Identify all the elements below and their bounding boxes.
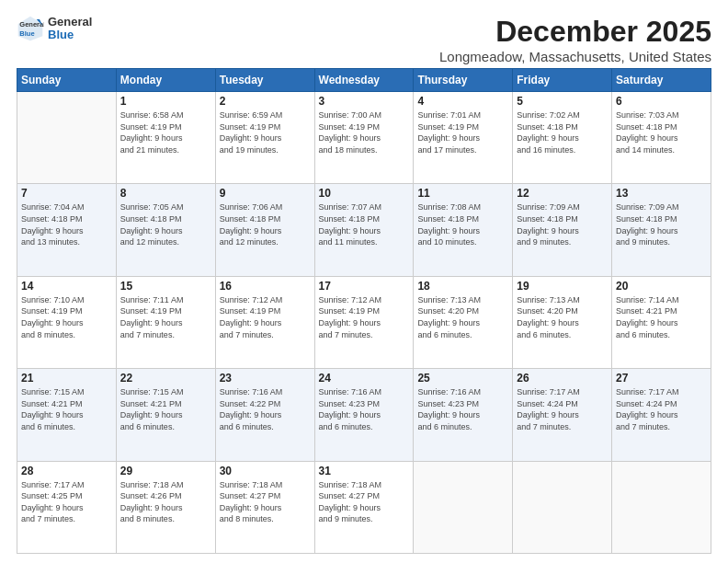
day-info: Sunrise: 7:05 AM Sunset: 4:18 PM Dayligh… <box>120 201 211 247</box>
month-title: December 2025 <box>439 15 711 49</box>
calendar-cell: 16Sunrise: 7:12 AM Sunset: 4:19 PM Dayli… <box>215 276 314 368</box>
day-info: Sunrise: 7:18 AM Sunset: 4:27 PM Dayligh… <box>319 479 410 525</box>
logo-icon: General Blue <box>17 15 44 42</box>
calendar-cell: 28Sunrise: 7:17 AM Sunset: 4:25 PM Dayli… <box>17 461 117 553</box>
day-number: 1 <box>120 95 211 108</box>
day-number: 29 <box>120 465 211 477</box>
day-info: Sunrise: 7:04 AM Sunset: 4:18 PM Dayligh… <box>21 201 112 247</box>
day-number: 6 <box>616 95 707 108</box>
calendar-cell: 3Sunrise: 7:00 AM Sunset: 4:19 PM Daylig… <box>314 92 414 184</box>
day-number: 24 <box>319 372 410 385</box>
day-number: 21 <box>21 372 112 385</box>
day-info: Sunrise: 7:13 AM Sunset: 4:20 PM Dayligh… <box>517 294 608 340</box>
day-number: 5 <box>517 95 608 108</box>
day-number: 18 <box>417 280 508 293</box>
day-number: 3 <box>319 95 410 108</box>
calendar-cell: 21Sunrise: 7:15 AM Sunset: 4:21 PM Dayli… <box>17 369 117 461</box>
day-info: Sunrise: 7:15 AM Sunset: 4:21 PM Dayligh… <box>21 386 112 432</box>
day-info: Sunrise: 7:09 AM Sunset: 4:18 PM Dayligh… <box>517 201 608 247</box>
header: General Blue General Blue December 2025 … <box>17 15 711 64</box>
day-info: Sunrise: 7:06 AM Sunset: 4:18 PM Dayligh… <box>220 201 311 247</box>
logo-blue-text: Blue <box>48 29 92 41</box>
day-info: Sunrise: 7:11 AM Sunset: 4:19 PM Dayligh… <box>120 294 211 340</box>
svg-text:Blue: Blue <box>19 29 34 38</box>
calendar-cell: 19Sunrise: 7:13 AM Sunset: 4:20 PM Dayli… <box>513 276 612 368</box>
logo-text: General Blue <box>48 16 92 42</box>
col-monday: Monday <box>116 69 215 92</box>
day-info: Sunrise: 7:08 AM Sunset: 4:18 PM Dayligh… <box>417 201 508 247</box>
day-info: Sunrise: 7:07 AM Sunset: 4:18 PM Dayligh… <box>319 201 410 247</box>
day-number: 16 <box>220 280 311 293</box>
calendar-cell: 6Sunrise: 7:03 AM Sunset: 4:18 PM Daylig… <box>612 92 711 184</box>
page: General Blue General Blue December 2025 … <box>0 0 728 563</box>
col-wednesday: Wednesday <box>314 69 414 92</box>
calendar-table: Sunday Monday Tuesday Wednesday Thursday… <box>17 68 711 554</box>
calendar-cell: 27Sunrise: 7:17 AM Sunset: 4:24 PM Dayli… <box>612 369 711 461</box>
calendar-cell: 29Sunrise: 7:18 AM Sunset: 4:26 PM Dayli… <box>116 461 215 553</box>
day-info: Sunrise: 7:17 AM Sunset: 4:24 PM Dayligh… <box>616 386 707 432</box>
calendar-cell: 22Sunrise: 7:15 AM Sunset: 4:21 PM Dayli… <box>116 369 215 461</box>
day-number: 13 <box>616 187 707 200</box>
day-info: Sunrise: 7:01 AM Sunset: 4:19 PM Dayligh… <box>417 109 508 155</box>
day-info: Sunrise: 7:03 AM Sunset: 4:18 PM Dayligh… <box>616 109 707 155</box>
calendar-week-0: 1Sunrise: 6:58 AM Sunset: 4:19 PM Daylig… <box>17 92 711 184</box>
col-saturday: Saturday <box>612 69 711 92</box>
title-block: December 2025 Longmeadow, Massachusetts,… <box>439 15 711 64</box>
day-number: 25 <box>417 372 508 385</box>
day-info: Sunrise: 7:17 AM Sunset: 4:25 PM Dayligh… <box>21 479 112 525</box>
calendar-cell: 25Sunrise: 7:16 AM Sunset: 4:23 PM Dayli… <box>414 369 513 461</box>
calendar-cell: 5Sunrise: 7:02 AM Sunset: 4:18 PM Daylig… <box>513 92 612 184</box>
calendar-cell: 11Sunrise: 7:08 AM Sunset: 4:18 PM Dayli… <box>414 184 513 276</box>
day-number: 11 <box>417 187 508 200</box>
calendar-header-row: Sunday Monday Tuesday Wednesday Thursday… <box>17 69 711 92</box>
calendar-cell: 26Sunrise: 7:17 AM Sunset: 4:24 PM Dayli… <box>513 369 612 461</box>
day-number: 15 <box>120 280 211 293</box>
calendar-cell: 24Sunrise: 7:16 AM Sunset: 4:23 PM Dayli… <box>314 369 414 461</box>
calendar-cell: 17Sunrise: 7:12 AM Sunset: 4:19 PM Dayli… <box>314 276 414 368</box>
calendar-cell: 12Sunrise: 7:09 AM Sunset: 4:18 PM Dayli… <box>513 184 612 276</box>
day-number: 31 <box>319 465 410 477</box>
calendar-cell: 10Sunrise: 7:07 AM Sunset: 4:18 PM Dayli… <box>314 184 414 276</box>
calendar-cell: 15Sunrise: 7:11 AM Sunset: 4:19 PM Dayli… <box>116 276 215 368</box>
day-number: 20 <box>616 280 707 293</box>
calendar-cell: 4Sunrise: 7:01 AM Sunset: 4:19 PM Daylig… <box>414 92 513 184</box>
day-number: 19 <box>517 280 608 293</box>
day-info: Sunrise: 7:00 AM Sunset: 4:19 PM Dayligh… <box>319 109 410 155</box>
day-info: Sunrise: 7:02 AM Sunset: 4:18 PM Dayligh… <box>517 109 608 155</box>
day-number: 23 <box>220 372 311 385</box>
day-number: 8 <box>120 187 211 200</box>
day-info: Sunrise: 7:14 AM Sunset: 4:21 PM Dayligh… <box>616 294 707 340</box>
day-number: 26 <box>517 372 608 385</box>
day-info: Sunrise: 7:12 AM Sunset: 4:19 PM Dayligh… <box>319 294 410 340</box>
day-info: Sunrise: 7:16 AM Sunset: 4:23 PM Dayligh… <box>417 386 508 432</box>
location: Longmeadow, Massachusetts, United States <box>439 49 711 64</box>
day-number: 22 <box>120 372 211 385</box>
day-number: 27 <box>616 372 707 385</box>
col-thursday: Thursday <box>414 69 513 92</box>
calendar-cell: 9Sunrise: 7:06 AM Sunset: 4:18 PM Daylig… <box>215 184 314 276</box>
col-friday: Friday <box>513 69 612 92</box>
day-info: Sunrise: 7:13 AM Sunset: 4:20 PM Dayligh… <box>417 294 508 340</box>
calendar-cell: 23Sunrise: 7:16 AM Sunset: 4:22 PM Dayli… <box>215 369 314 461</box>
day-number: 12 <box>517 187 608 200</box>
calendar-week-2: 14Sunrise: 7:10 AM Sunset: 4:19 PM Dayli… <box>17 276 711 368</box>
logo: General Blue General Blue <box>17 15 92 42</box>
calendar-cell: 8Sunrise: 7:05 AM Sunset: 4:18 PM Daylig… <box>116 184 215 276</box>
calendar-cell: 2Sunrise: 6:59 AM Sunset: 4:19 PM Daylig… <box>215 92 314 184</box>
day-info: Sunrise: 6:59 AM Sunset: 4:19 PM Dayligh… <box>220 109 311 155</box>
calendar-week-1: 7Sunrise: 7:04 AM Sunset: 4:18 PM Daylig… <box>17 184 711 276</box>
day-info: Sunrise: 7:16 AM Sunset: 4:23 PM Dayligh… <box>319 386 410 432</box>
day-number: 30 <box>220 465 311 477</box>
calendar-cell <box>17 92 117 184</box>
day-number: 28 <box>21 465 112 477</box>
calendar-week-4: 28Sunrise: 7:17 AM Sunset: 4:25 PM Dayli… <box>17 461 711 553</box>
day-number: 14 <box>21 280 112 293</box>
logo-general-text: General <box>48 16 92 29</box>
calendar-cell: 18Sunrise: 7:13 AM Sunset: 4:20 PM Dayli… <box>414 276 513 368</box>
calendar-cell: 20Sunrise: 7:14 AM Sunset: 4:21 PM Dayli… <box>612 276 711 368</box>
day-info: Sunrise: 7:18 AM Sunset: 4:27 PM Dayligh… <box>220 479 311 525</box>
calendar-cell <box>414 461 513 553</box>
day-info: Sunrise: 7:10 AM Sunset: 4:19 PM Dayligh… <box>21 294 112 340</box>
calendar-cell: 14Sunrise: 7:10 AM Sunset: 4:19 PM Dayli… <box>17 276 117 368</box>
calendar-cell: 30Sunrise: 7:18 AM Sunset: 4:27 PM Dayli… <box>215 461 314 553</box>
